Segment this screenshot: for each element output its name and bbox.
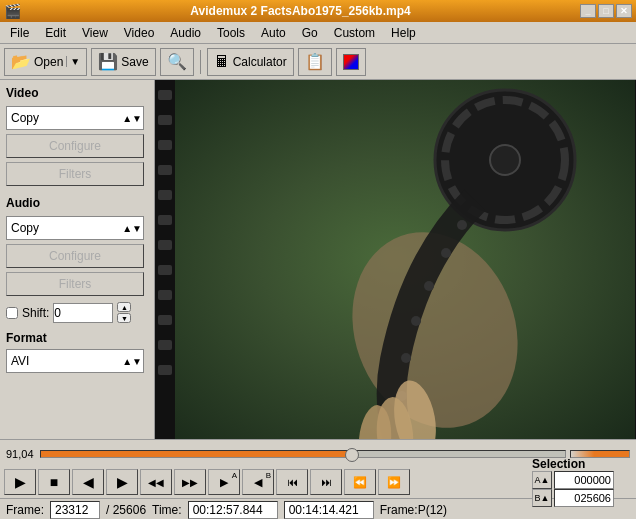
menu-help[interactable]: Help — [383, 24, 424, 42]
calculator-button[interactable]: 🖩 Calculator — [207, 48, 294, 76]
duration-value: 00:14:14.421 — [284, 501, 374, 519]
minimize-button[interactable]: _ — [580, 4, 596, 18]
audio-codec-wrapper: Copy MP3 AAC AC3 ▲▼ — [6, 216, 144, 240]
open-dropdown-arrow[interactable]: ▼ — [66, 56, 80, 67]
segment-button[interactable]: 📋 — [298, 48, 332, 76]
svg-rect-12 — [158, 315, 172, 325]
shift-up-button[interactable]: ▲ — [117, 302, 131, 312]
frame-type-value: Frame:P(12) — [380, 503, 447, 517]
menu-auto[interactable]: Auto — [253, 24, 294, 42]
video-configure-button[interactable]: Configure — [6, 134, 144, 158]
svg-rect-10 — [158, 265, 172, 275]
next-key-button[interactable]: ▶▶ — [174, 469, 206, 495]
titlebar: 🎬 Avidemux 2 FactsAbo1975_256kb.mp4 _ □ … — [0, 0, 636, 22]
svg-rect-9 — [158, 240, 172, 250]
audio-filters-button[interactable]: Filters — [6, 272, 144, 296]
video-codec-select[interactable]: Copy MPEG-4 AVC MPEG-4 ASP FFV1 — [6, 106, 144, 130]
folder-icon: 📂 — [11, 52, 31, 71]
svg-point-20 — [441, 248, 451, 258]
svg-point-21 — [424, 281, 434, 291]
seek-bar[interactable] — [40, 450, 566, 458]
next-frame-button[interactable]: ▶ — [106, 469, 138, 495]
svg-rect-13 — [158, 340, 172, 350]
total-frames-label: / 25606 — [106, 503, 146, 517]
app-icon: 🎬 — [4, 3, 21, 19]
svg-rect-6 — [158, 165, 172, 175]
svg-rect-8 — [158, 215, 172, 225]
svg-rect-3 — [158, 90, 172, 100]
shift-down-button[interactable]: ▼ — [117, 313, 131, 323]
svg-rect-14 — [158, 365, 172, 375]
menu-audio[interactable]: Audio — [162, 24, 209, 42]
goto-start-button[interactable]: ⏪ — [344, 469, 376, 495]
play-button[interactable]: ▶ — [4, 469, 36, 495]
toolbar: 📂 Open ▼ 💾 Save 🔍 🖩 Calculator 📋 — [0, 44, 636, 80]
audio-codec-select[interactable]: Copy MP3 AAC AC3 — [6, 216, 144, 240]
open-label: Open — [34, 55, 63, 69]
svg-point-19 — [457, 220, 467, 230]
format-select[interactable]: AVI MKV MP4 MOV — [6, 349, 144, 373]
goto-end-button[interactable]: ⏩ — [378, 469, 410, 495]
shift-label: Shift: — [22, 306, 49, 320]
selection-a-value: 000000 — [554, 471, 614, 489]
mark-a-button[interactable]: A▶ — [208, 469, 240, 495]
svg-rect-7 — [158, 190, 172, 200]
goto-prev-segment-button[interactable]: ⏮ — [276, 469, 308, 495]
menu-custom[interactable]: Custom — [326, 24, 383, 42]
shift-input[interactable] — [53, 303, 113, 323]
color-button[interactable] — [336, 48, 366, 76]
frame-value: 23312 — [50, 501, 100, 519]
seek-thumb[interactable] — [345, 448, 359, 462]
svg-rect-4 — [158, 115, 172, 125]
video-filters-button[interactable]: Filters — [6, 162, 144, 186]
selection-b-value: 025606 — [554, 489, 614, 507]
prev-frame-button[interactable]: ◀ — [72, 469, 104, 495]
left-panel: Video Copy MPEG-4 AVC MPEG-4 ASP FFV1 ▲▼… — [0, 80, 155, 439]
color-icon — [343, 54, 359, 70]
stop-button[interactable]: ■ — [38, 469, 70, 495]
selection-a-button[interactable]: A▲ — [532, 471, 552, 489]
time-value: 00:12:57.844 — [188, 501, 278, 519]
magnify-icon: 🔍 — [167, 52, 187, 71]
close-button[interactable]: ✕ — [616, 4, 632, 18]
svg-point-17 — [490, 145, 520, 175]
mark-b-button[interactable]: B◀ — [242, 469, 274, 495]
open-button[interactable]: 📂 Open ▼ — [4, 48, 87, 76]
video-frame — [155, 80, 636, 439]
calculator-icon: 🖩 — [214, 53, 230, 71]
selection-b-button[interactable]: B▲ — [532, 489, 552, 507]
save-button[interactable]: 💾 Save — [91, 48, 155, 76]
video-section-label: Video — [6, 86, 148, 100]
shift-checkbox[interactable] — [6, 307, 18, 319]
main-content: Video Copy MPEG-4 AVC MPEG-4 ASP FFV1 ▲▼… — [0, 80, 636, 439]
goto-next-segment-button[interactable]: ⏭ — [310, 469, 342, 495]
toolbar-separator — [200, 50, 201, 74]
menu-tools[interactable]: Tools — [209, 24, 253, 42]
menu-view[interactable]: View — [74, 24, 116, 42]
frame-label: Frame: — [6, 503, 44, 517]
video-area[interactable] — [155, 80, 636, 439]
window-title: Avidemux 2 FactsAbo1975_256kb.mp4 — [21, 4, 580, 18]
audio-section-label: Audio — [6, 196, 148, 210]
menu-file[interactable]: File — [2, 24, 37, 42]
menu-edit[interactable]: Edit — [37, 24, 74, 42]
audio-configure-button[interactable]: Configure — [6, 244, 144, 268]
maximize-button[interactable]: □ — [598, 4, 614, 18]
seek-position-label: 91,04 — [6, 448, 36, 460]
unknown-button-1[interactable]: 🔍 — [160, 48, 194, 76]
format-section-label: Format — [6, 331, 148, 345]
selection-panel: Selection A▲ 000000 B▲ 025606 — [532, 457, 632, 507]
selection-b-row: B▲ 025606 — [532, 489, 614, 507]
transport-row: ▶ ■ ◀ ▶ ◀◀ ▶▶ A▶ B◀ ⏮ ⏭ ⏪ ⏩ Selection A▲… — [0, 466, 636, 498]
selection-title: Selection — [532, 457, 585, 471]
menu-video[interactable]: Video — [116, 24, 162, 42]
save-icon: 💾 — [98, 52, 118, 71]
format-wrapper: AVI MKV MP4 MOV ▲▼ — [6, 349, 144, 373]
svg-rect-5 — [158, 140, 172, 150]
svg-rect-11 — [158, 290, 172, 300]
video-codec-wrapper: Copy MPEG-4 AVC MPEG-4 ASP FFV1 ▲▼ — [6, 106, 144, 130]
menu-go[interactable]: Go — [294, 24, 326, 42]
svg-rect-1 — [155, 80, 175, 439]
time-label: Time: — [152, 503, 182, 517]
prev-key-button[interactable]: ◀◀ — [140, 469, 172, 495]
